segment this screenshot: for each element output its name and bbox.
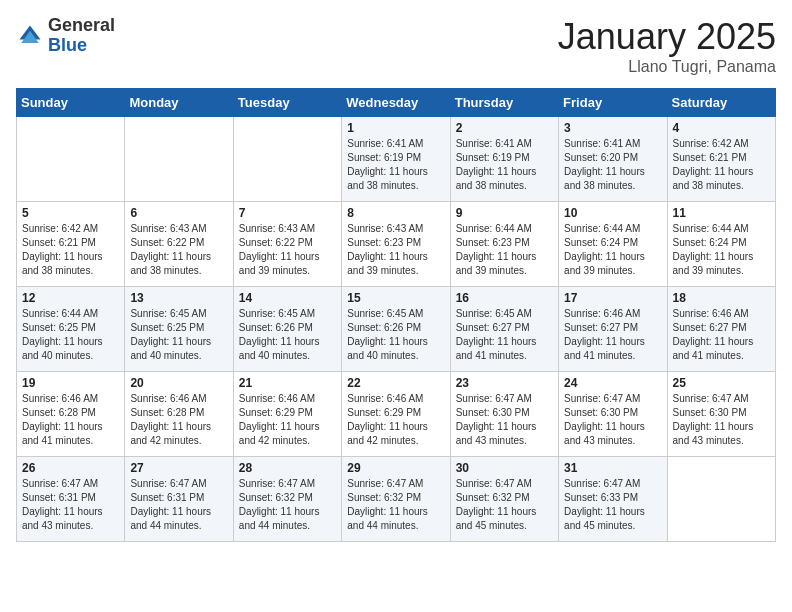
calendar-cell: 27Sunrise: 6:47 AM Sunset: 6:31 PM Dayli… (125, 457, 233, 542)
day-info: Sunrise: 6:47 AM Sunset: 6:31 PM Dayligh… (130, 477, 227, 533)
day-info: Sunrise: 6:41 AM Sunset: 6:19 PM Dayligh… (347, 137, 444, 193)
day-number: 15 (347, 291, 444, 305)
day-info: Sunrise: 6:47 AM Sunset: 6:31 PM Dayligh… (22, 477, 119, 533)
day-info: Sunrise: 6:47 AM Sunset: 6:33 PM Dayligh… (564, 477, 661, 533)
day-number: 27 (130, 461, 227, 475)
day-number: 13 (130, 291, 227, 305)
calendar-cell: 21Sunrise: 6:46 AM Sunset: 6:29 PM Dayli… (233, 372, 341, 457)
day-info: Sunrise: 6:45 AM Sunset: 6:25 PM Dayligh… (130, 307, 227, 363)
calendar-cell: 28Sunrise: 6:47 AM Sunset: 6:32 PM Dayli… (233, 457, 341, 542)
day-number: 17 (564, 291, 661, 305)
day-info: Sunrise: 6:45 AM Sunset: 6:27 PM Dayligh… (456, 307, 553, 363)
day-number: 6 (130, 206, 227, 220)
header-day-thursday: Thursday (450, 89, 558, 117)
day-number: 8 (347, 206, 444, 220)
calendar-week-row: 26Sunrise: 6:47 AM Sunset: 6:31 PM Dayli… (17, 457, 776, 542)
day-info: Sunrise: 6:46 AM Sunset: 6:29 PM Dayligh… (239, 392, 336, 448)
day-number: 21 (239, 376, 336, 390)
day-number: 4 (673, 121, 770, 135)
day-info: Sunrise: 6:44 AM Sunset: 6:25 PM Dayligh… (22, 307, 119, 363)
header-day-saturday: Saturday (667, 89, 775, 117)
calendar-cell: 20Sunrise: 6:46 AM Sunset: 6:28 PM Dayli… (125, 372, 233, 457)
day-info: Sunrise: 6:47 AM Sunset: 6:30 PM Dayligh… (564, 392, 661, 448)
calendar-week-row: 5Sunrise: 6:42 AM Sunset: 6:21 PM Daylig… (17, 202, 776, 287)
day-info: Sunrise: 6:42 AM Sunset: 6:21 PM Dayligh… (673, 137, 770, 193)
day-number: 19 (22, 376, 119, 390)
calendar-cell: 14Sunrise: 6:45 AM Sunset: 6:26 PM Dayli… (233, 287, 341, 372)
day-info: Sunrise: 6:46 AM Sunset: 6:27 PM Dayligh… (564, 307, 661, 363)
calendar-cell: 5Sunrise: 6:42 AM Sunset: 6:21 PM Daylig… (17, 202, 125, 287)
day-number: 20 (130, 376, 227, 390)
day-number: 5 (22, 206, 119, 220)
calendar-cell (667, 457, 775, 542)
calendar-cell: 18Sunrise: 6:46 AM Sunset: 6:27 PM Dayli… (667, 287, 775, 372)
calendar-cell: 3Sunrise: 6:41 AM Sunset: 6:20 PM Daylig… (559, 117, 667, 202)
header-row: SundayMondayTuesdayWednesdayThursdayFrid… (17, 89, 776, 117)
calendar-cell: 26Sunrise: 6:47 AM Sunset: 6:31 PM Dayli… (17, 457, 125, 542)
day-number: 10 (564, 206, 661, 220)
day-info: Sunrise: 6:46 AM Sunset: 6:28 PM Dayligh… (130, 392, 227, 448)
day-number: 2 (456, 121, 553, 135)
calendar-cell: 1Sunrise: 6:41 AM Sunset: 6:19 PM Daylig… (342, 117, 450, 202)
day-number: 28 (239, 461, 336, 475)
logo-general-text: General (48, 16, 115, 36)
calendar-cell (17, 117, 125, 202)
day-number: 1 (347, 121, 444, 135)
calendar-cell: 17Sunrise: 6:46 AM Sunset: 6:27 PM Dayli… (559, 287, 667, 372)
day-info: Sunrise: 6:44 AM Sunset: 6:24 PM Dayligh… (564, 222, 661, 278)
calendar-cell: 23Sunrise: 6:47 AM Sunset: 6:30 PM Dayli… (450, 372, 558, 457)
calendar-title: January 2025 (558, 16, 776, 58)
day-number: 26 (22, 461, 119, 475)
day-info: Sunrise: 6:42 AM Sunset: 6:21 PM Dayligh… (22, 222, 119, 278)
day-number: 7 (239, 206, 336, 220)
calendar-week-row: 12Sunrise: 6:44 AM Sunset: 6:25 PM Dayli… (17, 287, 776, 372)
day-info: Sunrise: 6:46 AM Sunset: 6:27 PM Dayligh… (673, 307, 770, 363)
day-info: Sunrise: 6:47 AM Sunset: 6:30 PM Dayligh… (673, 392, 770, 448)
logo-blue-text: Blue (48, 36, 115, 56)
calendar-cell: 30Sunrise: 6:47 AM Sunset: 6:32 PM Dayli… (450, 457, 558, 542)
day-info: Sunrise: 6:41 AM Sunset: 6:20 PM Dayligh… (564, 137, 661, 193)
day-number: 9 (456, 206, 553, 220)
header-day-sunday: Sunday (17, 89, 125, 117)
calendar-header: SundayMondayTuesdayWednesdayThursdayFrid… (17, 89, 776, 117)
day-number: 14 (239, 291, 336, 305)
calendar-cell (233, 117, 341, 202)
calendar-table: SundayMondayTuesdayWednesdayThursdayFrid… (16, 88, 776, 542)
day-info: Sunrise: 6:43 AM Sunset: 6:23 PM Dayligh… (347, 222, 444, 278)
logo: General Blue (16, 16, 115, 56)
header-day-friday: Friday (559, 89, 667, 117)
calendar-cell: 13Sunrise: 6:45 AM Sunset: 6:25 PM Dayli… (125, 287, 233, 372)
day-info: Sunrise: 6:46 AM Sunset: 6:29 PM Dayligh… (347, 392, 444, 448)
calendar-body: 1Sunrise: 6:41 AM Sunset: 6:19 PM Daylig… (17, 117, 776, 542)
day-info: Sunrise: 6:43 AM Sunset: 6:22 PM Dayligh… (239, 222, 336, 278)
calendar-cell: 15Sunrise: 6:45 AM Sunset: 6:26 PM Dayli… (342, 287, 450, 372)
calendar-cell: 31Sunrise: 6:47 AM Sunset: 6:33 PM Dayli… (559, 457, 667, 542)
day-number: 25 (673, 376, 770, 390)
calendar-location: Llano Tugri, Panama (558, 58, 776, 76)
day-info: Sunrise: 6:41 AM Sunset: 6:19 PM Dayligh… (456, 137, 553, 193)
calendar-cell: 9Sunrise: 6:44 AM Sunset: 6:23 PM Daylig… (450, 202, 558, 287)
day-number: 23 (456, 376, 553, 390)
day-number: 16 (456, 291, 553, 305)
day-number: 24 (564, 376, 661, 390)
day-number: 11 (673, 206, 770, 220)
logo-text: General Blue (48, 16, 115, 56)
logo-icon (16, 22, 44, 50)
calendar-cell: 25Sunrise: 6:47 AM Sunset: 6:30 PM Dayli… (667, 372, 775, 457)
day-number: 31 (564, 461, 661, 475)
day-info: Sunrise: 6:47 AM Sunset: 6:32 PM Dayligh… (456, 477, 553, 533)
day-info: Sunrise: 6:47 AM Sunset: 6:32 PM Dayligh… (239, 477, 336, 533)
calendar-cell: 10Sunrise: 6:44 AM Sunset: 6:24 PM Dayli… (559, 202, 667, 287)
calendar-cell: 19Sunrise: 6:46 AM Sunset: 6:28 PM Dayli… (17, 372, 125, 457)
calendar-week-row: 19Sunrise: 6:46 AM Sunset: 6:28 PM Dayli… (17, 372, 776, 457)
day-number: 12 (22, 291, 119, 305)
day-info: Sunrise: 6:47 AM Sunset: 6:32 PM Dayligh… (347, 477, 444, 533)
calendar-cell: 7Sunrise: 6:43 AM Sunset: 6:22 PM Daylig… (233, 202, 341, 287)
day-info: Sunrise: 6:44 AM Sunset: 6:24 PM Dayligh… (673, 222, 770, 278)
header-day-monday: Monday (125, 89, 233, 117)
calendar-cell: 6Sunrise: 6:43 AM Sunset: 6:22 PM Daylig… (125, 202, 233, 287)
day-info: Sunrise: 6:43 AM Sunset: 6:22 PM Dayligh… (130, 222, 227, 278)
day-info: Sunrise: 6:47 AM Sunset: 6:30 PM Dayligh… (456, 392, 553, 448)
day-number: 18 (673, 291, 770, 305)
calendar-cell: 16Sunrise: 6:45 AM Sunset: 6:27 PM Dayli… (450, 287, 558, 372)
